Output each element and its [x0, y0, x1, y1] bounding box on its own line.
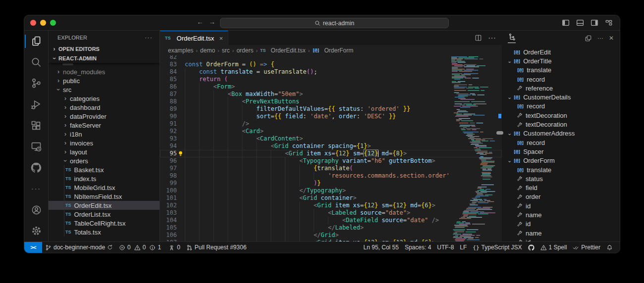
outline-item-Spacer[interactable]: [@]Spacer [502, 147, 620, 156]
tree-item-fakeServer[interactable]: ›fakeServer [49, 121, 160, 130]
component-symbol-icon: [@] [513, 131, 520, 136]
activity-remote-explorer[interactable] [25, 136, 48, 157]
activity-extensions[interactable] [25, 115, 48, 136]
status-cursor-position[interactable]: Ln 95, Col 55 [361, 242, 402, 253]
outline-item-id[interactable]: id [502, 220, 620, 229]
minimize-window-button[interactable] [40, 20, 46, 26]
outline-item-status[interactable]: status [502, 174, 620, 183]
outline-item-id[interactable]: id [502, 201, 620, 210]
status-encoding[interactable]: UTF-8 [434, 242, 457, 253]
status-problems[interactable]: 001 [116, 242, 165, 253]
tree-item-OrderList.tsx[interactable]: TSOrderList.tsx [49, 210, 160, 219]
project-root-section[interactable]: › REACT-ADMIN [49, 53, 160, 63]
tree-item-index.ts[interactable]: TSindex.ts [49, 174, 160, 183]
status-branch[interactable]: doc-beginner-mode [42, 242, 116, 253]
copy-icon[interactable] [585, 35, 592, 42]
code-line-content: const OrderForm = () => { [185, 61, 274, 68]
tree-item-orders[interactable]: ›orders [49, 156, 160, 165]
sash-handle[interactable] [496, 131, 503, 135]
outline-item-id[interactable]: id [502, 237, 620, 241]
outline-item-record[interactable]: [@]record [502, 102, 620, 111]
activity-settings[interactable] [25, 220, 48, 241]
outline-item-translate[interactable]: [@]translate [502, 66, 620, 75]
tree-item-dashboard[interactable]: ›dashboard [49, 103, 160, 112]
outline-item-translate[interactable]: [@]translate [502, 165, 620, 174]
tree-item-invoices[interactable]: ›invoices [49, 139, 160, 147]
toggle-panel-icon[interactable] [576, 19, 584, 27]
tree-item-TableCellRight.tsx[interactable]: TSTableCellRight.tsx [49, 219, 160, 228]
toggle-primary-sidebar-icon[interactable] [562, 19, 570, 27]
status-language-mode[interactable]: {}TypeScript JSX [470, 242, 525, 253]
back-icon[interactable]: ← [197, 18, 204, 26]
status-ports[interactable]: 0 [165, 242, 183, 253]
activity-source-control[interactable] [25, 73, 48, 94]
outline-item-CustomerAddress[interactable]: ⌄[@]CustomerAddress [502, 129, 620, 138]
tree-item-layout[interactable]: ›layout [49, 147, 160, 156]
minimap[interactable] [450, 55, 497, 241]
tree-item-Totals.tsx[interactable]: TSTotals.tsx [49, 228, 160, 236]
tree-item-OrderEdit.tsx[interactable]: TSOrderEdit.tsx [49, 201, 160, 210]
tree-item-dataProvider[interactable]: ›dataProvider [49, 112, 160, 121]
split-editor-icon[interactable] [475, 34, 482, 42]
tree-item-node_modules[interactable]: ›node_modules [49, 67, 160, 76]
activity-accounts[interactable] [25, 199, 48, 221]
breadcrumb-OrderForm[interactable]: [@]OrderForm [312, 47, 353, 54]
status-prettier[interactable]: Prettier [570, 242, 603, 253]
editor-more-icon[interactable]: ··· [488, 34, 496, 43]
command-center-search[interactable]: react-admin [220, 18, 449, 28]
status-indentation[interactable]: Spaces: 4 [402, 242, 434, 253]
activity-run-debug[interactable] [25, 94, 48, 115]
panel-close-icon[interactable]: ✕ [609, 35, 614, 42]
explorer-more-icon[interactable]: ··· [145, 34, 153, 41]
tree-item-i18n[interactable]: ›i18n [49, 130, 160, 139]
outline-item-CustomerDetails[interactable]: ⌄[@]CustomerDetails [502, 93, 620, 101]
breadcrumb-orders[interactable]: orders [236, 47, 253, 54]
toggle-secondary-sidebar-icon[interactable] [590, 19, 598, 27]
activity-more[interactable]: ··· [25, 178, 48, 199]
outline-item-reference[interactable]: reference [502, 84, 620, 93]
code-editor[interactable]: 8283const OrderForm = () => {84 const tr… [160, 55, 502, 241]
outline-item-OrderTitle[interactable]: ⌄[@]OrderTitle [502, 56, 620, 65]
open-editors-section[interactable]: › OPEN EDITORS [49, 44, 160, 53]
status-spell-checker[interactable]: 1 Spell [537, 242, 570, 253]
breadcrumb-src[interactable]: src [222, 47, 230, 54]
status-eol[interactable]: LF [457, 242, 470, 253]
zoom-window-button[interactable] [50, 20, 56, 26]
tree-item-MobileGrid.tsx[interactable]: TSMobileGrid.tsx [49, 183, 160, 192]
status-github-status[interactable] [525, 242, 537, 253]
customize-layout-icon[interactable] [605, 19, 613, 27]
panel-more-icon[interactable]: ··· [597, 35, 603, 42]
outline-item-textDecoration[interactable]: textDecoration [502, 111, 620, 120]
tree-item-public[interactable]: ›public [49, 76, 160, 85]
tree-item-NbItemsField.tsx[interactable]: TSNbItemsField.tsx [49, 192, 160, 201]
tab-orderedit[interactable]: TS OrderEdit.tsx × [160, 31, 228, 45]
tree-item-categories[interactable]: ›categories [49, 94, 160, 103]
status-remote[interactable]: >< [24, 242, 42, 253]
activity-explorer[interactable] [25, 31, 48, 52]
outline-item-name[interactable]: name [502, 210, 620, 219]
outline-item-label: record [527, 102, 545, 110]
breadcrumb-examples[interactable]: examples [168, 47, 193, 54]
status-notifications[interactable] [603, 242, 616, 253]
outline-item-textDecoration[interactable]: textDecoration [502, 120, 620, 129]
status-pull-request[interactable]: Pull Request #9306 [183, 242, 250, 253]
breadcrumb-OrderEdit.tsx[interactable]: TSOrderEdit.tsx [260, 47, 306, 54]
activity-search[interactable] [25, 52, 48, 73]
outline-item-OrderForm[interactable]: ⌄[@]OrderForm [502, 156, 620, 165]
outline-item-field[interactable]: field [502, 183, 620, 192]
close-tab-icon[interactable]: × [219, 35, 223, 42]
activity-github[interactable] [25, 157, 48, 179]
tree-item-src[interactable]: ›src [49, 85, 160, 94]
outline-item-OrderEdit[interactable]: [@]OrderEdit [502, 47, 620, 56]
outline-icon[interactable] [508, 33, 516, 43]
outline-item-label: CustomerAddress [523, 130, 575, 137]
outline-item-name[interactable]: name [502, 229, 620, 237]
outline-item-order[interactable]: order [502, 192, 620, 201]
outline-item-record[interactable]: [@]record [502, 138, 620, 147]
editor-scrollbar[interactable] [497, 55, 502, 241]
breadcrumb-demo[interactable]: demo [200, 47, 215, 54]
tree-item-Basket.tsx[interactable]: TSBasket.tsx [49, 165, 160, 174]
forward-icon[interactable]: → [209, 18, 215, 26]
close-window-button[interactable] [30, 20, 36, 26]
outline-item-record[interactable]: [@]record [502, 75, 620, 84]
